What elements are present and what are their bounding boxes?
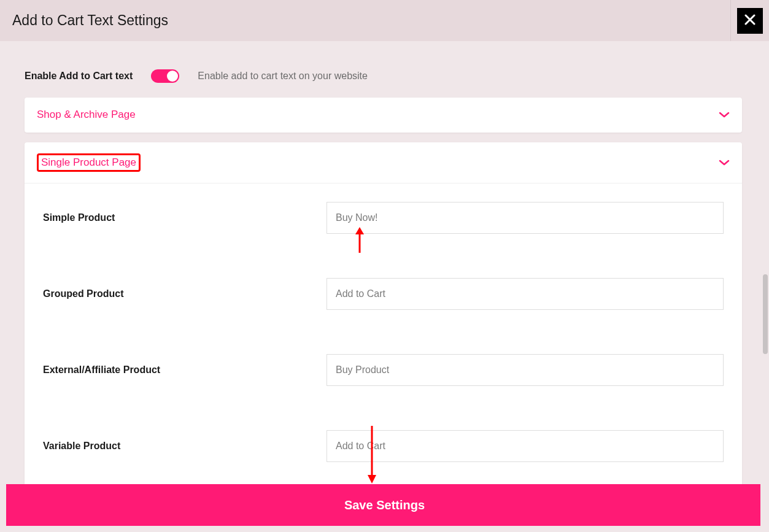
accordion-title-shop-archive: Shop & Archive Page [37,109,136,121]
row-external-product: External/Affiliate Product [43,354,724,386]
enable-toggle[interactable] [151,69,179,83]
toggle-knob [167,71,178,82]
accordion-body-single-product: Simple Product Grouped Product External/… [25,183,742,487]
scrollbar-track [760,41,769,532]
chevron-down-icon [719,111,730,118]
label-simple-product: Simple Product [43,212,327,223]
row-simple-product: Simple Product [43,202,724,234]
accordion-header-shop-archive[interactable]: Shop & Archive Page [25,98,742,133]
enable-description: Enable add to cart text on your website [198,71,368,82]
label-external-product: External/Affiliate Product [43,364,327,376]
input-external-product[interactable] [327,354,724,386]
close-button-wrapper [730,0,763,41]
scrollbar-thumb[interactable] [763,274,768,354]
modal-title: Add to Cart Text Settings [12,12,168,29]
accordion-shop-archive: Shop & Archive Page [25,98,742,133]
close-icon [744,13,755,29]
label-variable-product: Variable Product [43,441,327,452]
close-button[interactable] [737,8,763,34]
input-grouped-product[interactable] [327,278,724,310]
enable-label: Enable Add to Cart text [25,71,133,82]
save-settings-label: Save Settings [344,498,425,512]
save-settings-button[interactable]: Save Settings [6,484,763,526]
modal-header: Add to Cart Text Settings [0,0,769,41]
accordion-single-product: Single Product Page Simple Product Group… [25,142,742,487]
annotation-highlight-box: Single Product Page [37,153,141,172]
label-grouped-product: Grouped Product [43,288,327,299]
row-variable-product: Variable Product [43,430,724,462]
accordion-header-single-product[interactable]: Single Product Page [25,142,742,183]
input-variable-product[interactable] [327,430,724,462]
chevron-down-icon [719,159,730,166]
modal-content: Enable Add to Cart text Enable add to ca… [0,41,769,487]
input-simple-product[interactable] [327,202,724,234]
enable-row: Enable Add to Cart text Enable add to ca… [25,69,742,83]
accordion-title-single-product: Single Product Page [41,156,136,168]
row-grouped-product: Grouped Product [43,278,724,310]
